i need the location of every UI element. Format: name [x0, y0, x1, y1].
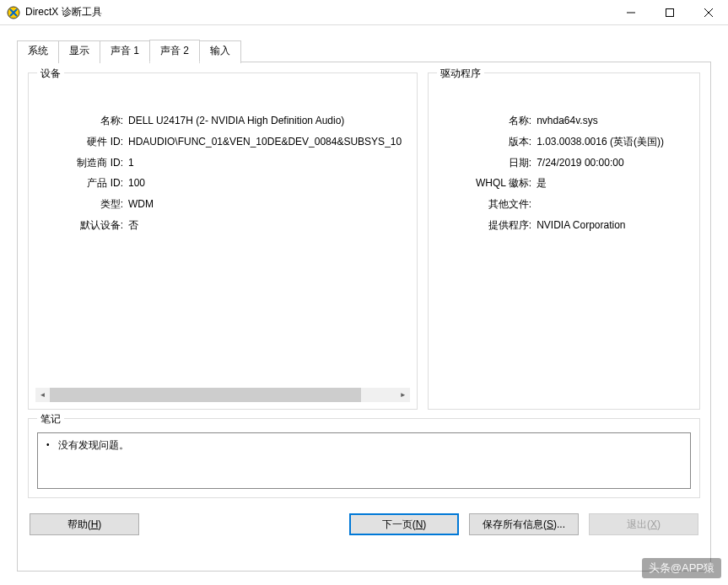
driver-name-value: nvhda64v.sys [537, 114, 684, 128]
window-controls [612, 0, 728, 25]
device-mfgid-label: 制造商 ID: [44, 156, 128, 170]
button-row: 帮助(H) 下一页(N) 保存所有信息(S)... 退出(X) [28, 513, 700, 535]
device-prodid-label: 产品 ID: [44, 176, 128, 191]
scroll-thumb[interactable] [50, 388, 361, 402]
next-page-button[interactable]: 下一页(N) [349, 513, 459, 535]
window-title: DirectX 诊断工具 [25, 5, 612, 19]
device-group-title: 设备 [37, 67, 64, 81]
driver-name-label: 名称: [444, 114, 537, 128]
driver-version-value: 1.03.0038.0016 (英语(美国)) [537, 135, 684, 149]
device-type-row: 类型: WDM [44, 197, 402, 212]
tab-panel: 设备 名称: DELL U2417H (2- NVIDIA High Defin… [17, 62, 711, 572]
driver-provider-row: 提供程序: NVIDIA Corporation [444, 218, 684, 233]
driver-whql-label: WHQL 徽标: [444, 176, 537, 191]
bullet-icon: • [46, 438, 50, 452]
driver-other-value [537, 197, 684, 212]
device-type-value: WDM [128, 197, 402, 212]
device-type-label: 类型: [44, 197, 128, 212]
driver-version-label: 版本: [444, 135, 537, 149]
help-button[interactable]: 帮助(H) [30, 513, 139, 535]
driver-other-row: 其他文件: [444, 197, 684, 212]
device-default-label: 默认设备: [44, 218, 128, 233]
close-button[interactable] [689, 0, 728, 25]
device-prodid-value: 100 [128, 176, 402, 191]
driver-other-label: 其他文件: [444, 197, 537, 212]
device-name-label: 名称: [44, 114, 128, 128]
device-default-value: 否 [128, 218, 402, 233]
driver-group-title: 驱动程序 [437, 67, 484, 81]
tab-strip: 系统 显示 声音 1 声音 2 输入 [17, 39, 711, 62]
driver-date-label: 日期: [444, 156, 537, 170]
notes-text: 没有发现问题。 [58, 438, 129, 453]
tab-sound2[interactable]: 声音 2 [149, 40, 200, 62]
notes-box: • 没有发现问题。 [37, 432, 691, 489]
minimize-button[interactable] [612, 0, 650, 25]
driver-name-row: 名称: nvhda64v.sys [444, 114, 684, 128]
device-hwid-value: HDAUDIO\FUNC_01&VEN_10DE&DEV_0084&SUBSYS… [128, 135, 402, 149]
exit-button[interactable]: 退出(X) [589, 513, 698, 535]
notes-item: • 没有发现问题。 [46, 438, 682, 453]
notes-group: 笔记 • 没有发现问题。 [28, 418, 700, 498]
device-scrollbar[interactable]: ◄ ► [35, 388, 410, 402]
svg-rect-2 [666, 8, 674, 16]
driver-whql-value: 是 [537, 176, 684, 191]
titlebar: DirectX 诊断工具 [0, 0, 728, 25]
tab-system[interactable]: 系统 [17, 40, 59, 63]
driver-whql-row: WHQL 徽标: 是 [444, 176, 684, 191]
tab-display[interactable]: 显示 [58, 40, 100, 63]
driver-date-value: 7/24/2019 00:00:00 [537, 156, 684, 170]
device-mfgid-row: 制造商 ID: 1 [44, 156, 402, 170]
driver-group: 驱动程序 名称: nvhda64v.sys 版本: 1.03.0038.0016… [428, 72, 700, 410]
device-name-value: DELL U2417H (2- NVIDIA High Definition A… [128, 114, 402, 128]
device-hwid-label: 硬件 ID: [44, 135, 128, 149]
tab-sound1[interactable]: 声音 1 [100, 40, 150, 63]
device-name-row: 名称: DELL U2417H (2- NVIDIA High Definiti… [44, 114, 402, 128]
notes-group-title: 笔记 [37, 412, 64, 427]
driver-date-row: 日期: 7/24/2019 00:00:00 [444, 156, 684, 170]
scroll-right-icon[interactable]: ► [396, 388, 410, 402]
driver-version-row: 版本: 1.03.0038.0016 (英语(美国)) [444, 135, 684, 149]
tab-input[interactable]: 输入 [199, 40, 241, 63]
maximize-button[interactable] [650, 0, 689, 25]
save-all-button[interactable]: 保存所有信息(S)... [469, 513, 579, 535]
device-hwid-row: 硬件 ID: HDAUDIO\FUNC_01&VEN_10DE&DEV_0084… [44, 135, 402, 149]
scroll-left-icon[interactable]: ◄ [35, 388, 50, 402]
device-group: 设备 名称: DELL U2417H (2- NVIDIA High Defin… [28, 72, 418, 410]
device-mfgid-value: 1 [128, 156, 402, 170]
driver-provider-label: 提供程序: [444, 218, 537, 233]
driver-provider-value: NVIDIA Corporation [537, 218, 684, 233]
device-prodid-row: 产品 ID: 100 [44, 176, 402, 191]
device-default-row: 默认设备: 否 [44, 218, 402, 233]
dxdiag-icon [7, 6, 20, 19]
